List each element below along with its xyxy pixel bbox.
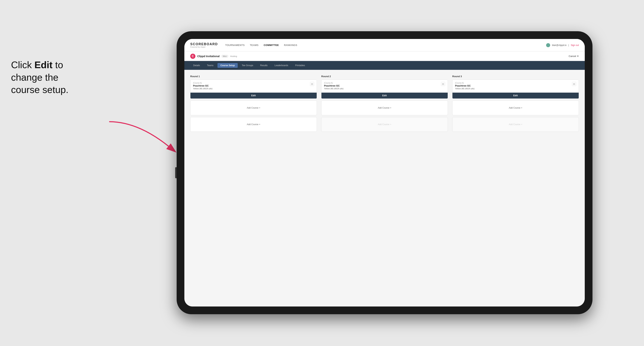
add-course-card-r3-2: Add Course + [452, 117, 579, 132]
cancel-icon: ✕ [577, 55, 579, 57]
round-3-course-card: (Course A) Peachtree GC Yellow (M) (6629… [452, 80, 579, 99]
logo-title: SCOREBOARD [190, 42, 218, 46]
nav-committee[interactable]: COMMITTEE [264, 44, 279, 46]
logo-subtitle: Powered by clippd [190, 46, 218, 48]
add-course-card-r2-1[interactable]: Add Course + [321, 101, 448, 115]
tab-leaderboards[interactable]: Leaderboards [272, 63, 291, 68]
tablet-side-button [175, 167, 177, 178]
tournament-badge: Men [221, 55, 228, 58]
course-name: Peachtree GC [455, 84, 474, 87]
round-1-label: Round 1 [190, 75, 317, 78]
course-details: Yellow (M) (6629 yds) [324, 87, 344, 90]
tab-results[interactable]: Results [257, 63, 270, 68]
nav-teams[interactable]: TEAMS [250, 44, 258, 46]
tab-tee-groups[interactable]: Tee Groups [239, 63, 256, 68]
round-2-label: Round 2 [321, 75, 448, 78]
tab-details[interactable]: Details [190, 63, 203, 68]
course-a-label: (Course A) [193, 82, 212, 84]
edit-course-button-r1[interactable]: Edit [190, 93, 317, 99]
clippd-logo: C [190, 54, 196, 59]
edit-course-button-r3[interactable]: Edit [452, 93, 579, 99]
user-email: blair@clippd.io [552, 44, 566, 46]
course-card-header: (Course A) Peachtree GC Yellow (M) (6629… [324, 82, 445, 92]
nav-tournaments[interactable]: TOURNAMENTS [225, 44, 245, 46]
course-info: (Course A) Peachtree GC Yellow (M) (6629… [455, 82, 474, 92]
add-course-card-r1-2[interactable]: Add Course + [190, 117, 317, 132]
add-course-label: Add Course + [509, 123, 522, 126]
tabs-bar: Details Teams Course Setup Tee Groups Re… [184, 61, 585, 70]
add-course-label: Add Course + [247, 123, 260, 126]
round-1-column: Round 1 (Course A) Peachtree GC Yellow (… [190, 75, 317, 134]
add-course-label: Add Course + [247, 107, 260, 109]
round-2-column: Round 2 (Course A) Peachtree GC Yellow (… [321, 75, 448, 134]
nav-left: SCOREBOARD Powered by clippd TOURNAMENTS… [190, 42, 297, 48]
add-course-label: Add Course + [509, 107, 522, 109]
course-name: Peachtree GC [193, 84, 212, 87]
annotation-text: Click Edit tochange thecourse setup. [11, 59, 118, 96]
scoreboard-logo: SCOREBOARD Powered by clippd [190, 42, 218, 48]
top-navigation: SCOREBOARD Powered by clippd TOURNAMENTS… [184, 39, 585, 51]
breadcrumb-bar: C Clippd Invitational Men Hosting Cancel… [184, 51, 585, 61]
nav-right: blair@clippd.io | Sign out [546, 43, 579, 47]
course-details: Yellow (M) (6629 yds) [455, 87, 474, 90]
course-card-header: (Course A) Peachtree GC Yellow (M) (6629… [193, 82, 314, 92]
add-course-label: Add Course + [378, 123, 391, 126]
hosting-label: Hosting [230, 55, 237, 57]
app-screen: SCOREBOARD Powered by clippd TOURNAMENTS… [184, 39, 585, 307]
breadcrumb-left: C Clippd Invitational Men Hosting [190, 54, 237, 59]
signout-link[interactable]: Sign out [571, 44, 579, 46]
separator: | [568, 44, 569, 46]
annotation-bold: Edit [34, 59, 52, 70]
tab-teams[interactable]: Teams [204, 63, 216, 68]
course-info: (Course A) Peachtree GC Yellow (M) (6629… [324, 82, 344, 92]
course-name: Peachtree GC [324, 84, 344, 87]
nav-links: TOURNAMENTS TEAMS COMMITTEE RANKINGS [225, 44, 297, 46]
nav-rankings[interactable]: RANKINGS [284, 44, 297, 46]
course-a-label: (Course A) [455, 82, 474, 84]
round-2-course-card: (Course A) Peachtree GC Yellow (M) (6629… [321, 80, 448, 99]
course-card-header: (Course A) Peachtree GC Yellow (M) (6629… [455, 82, 576, 92]
round-3-column: Round 3 (Course A) Peachtree GC Yellow (… [452, 75, 579, 134]
rounds-grid: Round 1 (Course A) Peachtree GC Yellow (… [190, 75, 579, 134]
tablet-device: SCOREBOARD Powered by clippd TOURNAMENTS… [177, 31, 592, 314]
add-course-label: Add Course + [378, 107, 391, 109]
tab-printables[interactable]: Printables [292, 63, 308, 68]
cancel-label: Cancel [569, 55, 576, 57]
main-content: Round 1 (Course A) Peachtree GC Yellow (… [184, 70, 585, 307]
add-course-card-r1-1[interactable]: Add Course + [190, 101, 317, 115]
delete-course-button-r3[interactable]: ⊟ [572, 82, 576, 86]
edit-course-button-r2[interactable]: Edit [322, 93, 448, 99]
tab-course-setup[interactable]: Course Setup [218, 63, 238, 68]
user-avatar [546, 43, 550, 47]
course-details: Yellow (M) (6629 yds) [193, 87, 212, 90]
add-course-card-r3-1[interactable]: Add Course + [452, 101, 579, 115]
add-course-card-r2-2: Add Course + [321, 117, 448, 132]
delete-course-button-r2[interactable]: ⊟ [441, 82, 445, 86]
delete-course-button[interactable]: ⊟ [310, 82, 314, 86]
round-1-course-card: (Course A) Peachtree GC Yellow (M) (6629… [190, 80, 317, 99]
round-3-label: Round 3 [452, 75, 579, 78]
tournament-title: Clippd Invitational [197, 55, 220, 58]
course-info: (Course A) Peachtree GC Yellow (M) (6629… [193, 82, 212, 92]
course-a-label: (Course A) [324, 82, 344, 84]
cancel-button[interactable]: Cancel ✕ [569, 55, 579, 57]
